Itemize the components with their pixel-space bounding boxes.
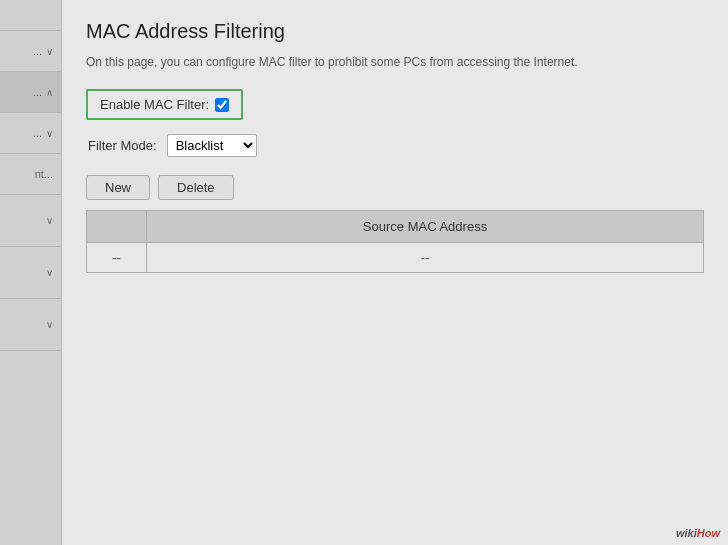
filter-mode-row: Filter Mode: Blacklist Whitelist	[86, 134, 704, 157]
sidebar-item-3-label: ...	[33, 127, 42, 139]
sidebar-item-1[interactable]: ... ∨	[0, 30, 61, 72]
filter-mode-select[interactable]: Blacklist Whitelist	[167, 134, 257, 157]
table-row: -- --	[87, 243, 704, 273]
sidebar-item-2[interactable]: ... ∧	[0, 72, 61, 113]
sidebar-item-4[interactable]: nt...	[0, 154, 61, 195]
sidebar-item-7[interactable]: ∨	[0, 299, 61, 351]
sidebar-item-6[interactable]: ∨	[0, 247, 61, 299]
sidebar-item-1-label: ...	[33, 45, 42, 57]
page-description: On this page, you can configure MAC filt…	[86, 53, 704, 71]
chevron-down-icon-5: ∨	[46, 215, 53, 226]
how-text: How	[697, 527, 720, 539]
chevron-down-icon-1: ∨	[46, 46, 53, 57]
chevron-down-icon-6: ∨	[46, 267, 53, 278]
chevron-down-icon-3: ∨	[46, 128, 53, 139]
chevron-up-icon-2: ∧	[46, 87, 53, 98]
delete-button[interactable]: Delete	[158, 175, 234, 200]
sidebar-item-3[interactable]: ... ∨	[0, 113, 61, 154]
wiki-text: wiki	[676, 527, 697, 539]
chevron-down-icon-7: ∨	[46, 319, 53, 330]
filter-mode-label: Filter Mode:	[88, 138, 157, 153]
enable-mac-filter-text: Enable MAC Filter:	[100, 97, 209, 112]
buttons-row: New Delete	[86, 175, 704, 200]
enable-mac-filter-checkbox[interactable]	[215, 98, 229, 112]
table-header-num	[87, 211, 147, 243]
enable-mac-filter-section: Enable MAC Filter:	[86, 89, 243, 120]
table-header-mac: Source MAC Address	[147, 211, 704, 243]
main-content: MAC Address Filtering On this page, you …	[62, 0, 728, 545]
sidebar-item-5[interactable]: ∨	[0, 195, 61, 247]
new-button[interactable]: New	[86, 175, 150, 200]
sidebar: ... ∨ ... ∧ ... ∨ nt... ∨ ∨ ∨	[0, 0, 62, 545]
sidebar-item-2-label: ...	[33, 86, 42, 98]
wikihow-watermark: wikiHow	[676, 527, 720, 539]
table-cell-mac: --	[147, 243, 704, 273]
enable-mac-filter-label[interactable]: Enable MAC Filter:	[100, 97, 229, 112]
page-title: MAC Address Filtering	[86, 20, 704, 43]
table-cell-num: --	[87, 243, 147, 273]
sidebar-nav: ... ∨ ... ∧ ... ∨ nt... ∨ ∨ ∨	[0, 30, 61, 351]
sidebar-item-4-label: nt...	[35, 168, 53, 180]
mac-address-table: Source MAC Address -- --	[86, 210, 704, 273]
